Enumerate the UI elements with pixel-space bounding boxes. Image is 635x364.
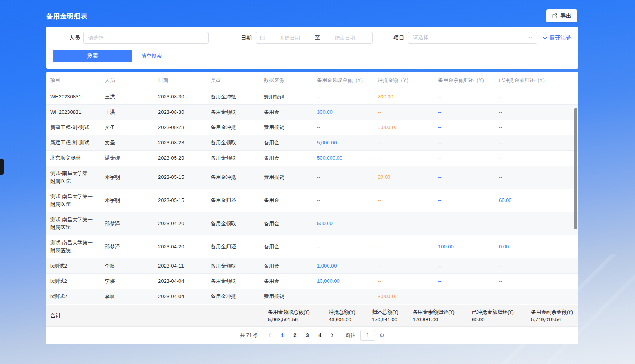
clear-search-link[interactable]: 清空搜索 xyxy=(141,53,162,60)
cell-person: 王洪 xyxy=(101,89,154,104)
summary-item: 备用金余额归还(¥) 170,881.00 xyxy=(413,308,455,323)
cell-project: 测试-南昌大学第一附属医院 xyxy=(46,189,101,212)
cell-project: WH20230831 xyxy=(46,89,101,104)
cell-type: 备用金冲抵 xyxy=(207,120,260,135)
summary-item: 备用金剩余金额(¥) 5,749,019.56 xyxy=(531,308,573,323)
date-range-separator: 至 xyxy=(313,34,322,41)
page-number-3[interactable]: 3 xyxy=(302,330,313,340)
summary-item-label: 归还总额(¥) xyxy=(372,308,398,316)
table-row: WH20230831 王洪 2023-08-30 备用金领取 备用金 300.0… xyxy=(46,105,578,120)
expand-filters-label: 展开筛选 xyxy=(549,35,571,42)
cell-person: 邓宇明 xyxy=(101,170,154,185)
table-row: 新建工程-刘-测试 文圣 2023-08-23 备用金冲抵 费用报销 -- 5,… xyxy=(46,120,578,135)
cell-offset-return: -- xyxy=(495,151,578,166)
cell-date: 2023-05-15 xyxy=(154,193,207,208)
summary-item-label: 备用金余额归还(¥) xyxy=(413,308,455,316)
cell-project: 新建工程-刘-测试 xyxy=(46,120,101,135)
export-button[interactable]: 导出 xyxy=(546,9,577,22)
pagination-pages: 1234 xyxy=(277,330,325,340)
cell-person: 李峡 xyxy=(101,258,154,273)
vertical-scrollbar[interactable] xyxy=(574,108,577,229)
table-row: 测试-南昌大学第一附属医院 邓宇明 2023-05-15 备用金归还 备用金 -… xyxy=(46,189,578,212)
project-select[interactable]: 请选择 xyxy=(408,32,537,44)
cell-source: 备用金 xyxy=(260,135,313,150)
cell-type: 备用金归还 xyxy=(207,193,260,208)
cell-offset-return: -- xyxy=(495,289,578,304)
cell-balance-return: -- xyxy=(434,258,495,273)
cell-date: 2023-04-04 xyxy=(154,289,207,304)
cell-offset: -- xyxy=(374,135,434,150)
cell-date: 2023-05-29 xyxy=(154,151,207,166)
cell-amount: 500.00 xyxy=(313,216,374,231)
cell-offset: 5,000.00 xyxy=(374,120,434,135)
summary-item: 归还总额(¥) 170,941.00 xyxy=(372,308,398,323)
table-header-row: 项目 人员 日期 类型 数据来源 备用金领取金额（¥） 冲抵金额（¥） 备用金余… xyxy=(46,72,578,89)
cell-amount: -- xyxy=(313,289,374,304)
summary-item-value: 43,601.00 xyxy=(329,316,355,323)
date-range-picker[interactable]: 至 xyxy=(256,32,373,44)
chevron-right-icon[interactable] xyxy=(328,330,338,340)
cell-person: 邓宇明 xyxy=(101,193,154,208)
end-date-input[interactable] xyxy=(322,35,369,41)
goto-page-input[interactable] xyxy=(360,330,375,341)
cell-offset: -- xyxy=(374,274,434,289)
goto-page-label: 前往 xyxy=(346,332,356,339)
table-row: lx测试2 李峡 2023-04-11 备用金领取 备用金 1,000.00 -… xyxy=(46,258,578,274)
summary-total-label: 合计 xyxy=(50,312,61,319)
page-number-2[interactable]: 2 xyxy=(290,330,300,340)
cell-person: 邵梦泽 xyxy=(101,239,154,254)
cell-offset: -- xyxy=(374,239,434,254)
start-date-input[interactable] xyxy=(266,35,313,41)
chevron-left-icon[interactable] xyxy=(265,330,275,340)
cell-offset-return: 60.00 xyxy=(495,193,578,208)
cell-source: 费用报销 xyxy=(260,289,313,304)
cell-person: 邵梦泽 xyxy=(101,216,154,231)
summary-item-value: 60.00 xyxy=(472,316,514,323)
cell-type: 备用金领取 xyxy=(207,135,260,150)
calendar-icon xyxy=(260,35,266,40)
cell-offset-return: -- xyxy=(495,89,578,104)
filter-panel: 人员 日期 至 项目 请选择 展开筛选 搜索 清空搜索 xyxy=(46,27,578,69)
person-select-input[interactable] xyxy=(83,32,209,44)
cell-source: 备用金 xyxy=(260,258,313,273)
expand-filters-link[interactable]: 展开筛选 xyxy=(542,35,571,42)
cell-source: 备用金 xyxy=(260,105,313,120)
chevron-down-icon xyxy=(528,35,533,40)
cell-offset: -- xyxy=(374,216,434,231)
summary-item-value: 5,749,019.56 xyxy=(531,316,573,323)
cell-amount: 1,000.00 xyxy=(313,258,374,273)
summary-item-label: 备用金剩余金额(¥) xyxy=(531,308,573,316)
cell-offset-return: 0.00 xyxy=(495,239,578,254)
summary-item-label: 冲抵总额(¥) xyxy=(329,308,355,316)
column-header-amount: 备用金领取金额（¥） xyxy=(313,77,374,84)
cell-offset-return: -- xyxy=(495,274,578,289)
cell-balance-return: -- xyxy=(434,274,495,289)
cell-project: lx测试2 xyxy=(46,274,101,289)
page-title: 备用金明细表 xyxy=(46,12,87,21)
pagination-total-count: 共 71 条 xyxy=(240,332,258,339)
chevron-down-icon xyxy=(542,36,548,41)
cell-type: 备用金领取 xyxy=(207,105,260,120)
page-number-1[interactable]: 1 xyxy=(277,330,287,340)
cell-amount: -- xyxy=(313,239,374,254)
cell-balance-return: 100.00 xyxy=(434,239,495,254)
date-filter-label: 日期 xyxy=(241,35,252,42)
cell-offset: -- xyxy=(374,105,434,120)
project-select-placeholder: 请选择 xyxy=(413,34,428,41)
table-body: WH20230831 王洪 2023-08-30 备用金冲抵 费用报销 -- 2… xyxy=(46,89,578,305)
cell-type: 备用金领取 xyxy=(207,274,260,289)
search-button[interactable]: 搜索 xyxy=(53,50,132,62)
cell-offset: 200.00 xyxy=(374,89,434,104)
table-row: 北京顺义杨林 满金娜 2023-05-29 备用金领取 备用金 500,000.… xyxy=(46,151,578,166)
cell-amount: 5,000.00 xyxy=(313,135,374,150)
side-drawer-handle[interactable] xyxy=(0,159,4,175)
cell-type: 备用金领取 xyxy=(207,151,260,166)
cell-person: 王洪 xyxy=(101,105,154,120)
cell-date: 2023-04-20 xyxy=(154,239,207,254)
cell-offset: 3,000.00 xyxy=(374,289,434,304)
page-number-4[interactable]: 4 xyxy=(315,330,325,340)
cell-offset-return: -- xyxy=(495,120,578,135)
cell-amount: 500,000.00 xyxy=(313,151,374,166)
cell-offset-return: -- xyxy=(495,135,578,150)
cell-project: 测试-南昌大学第一附属医院 xyxy=(46,235,101,258)
